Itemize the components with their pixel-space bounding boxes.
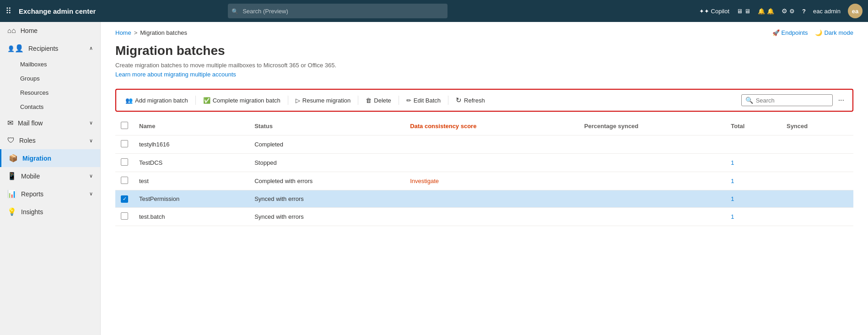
row-total: 1 bbox=[725, 190, 781, 208]
user-label: eac admin bbox=[813, 8, 841, 15]
toolbar-divider-2 bbox=[288, 96, 288, 105]
moon-icon: 🌙 bbox=[815, 29, 822, 36]
sidebar-item-reports[interactable]: 📊 Reports ∨ bbox=[0, 185, 100, 203]
copilot-button[interactable]: ✦ Copilot bbox=[699, 8, 729, 15]
row-total: 1 bbox=[725, 207, 781, 226]
row-checkbox-cell[interactable]: ✓ bbox=[115, 190, 134, 208]
sidebar-item-mailboxes[interactable]: Mailboxes bbox=[0, 57, 100, 71]
sidebar-item-mobile[interactable]: 📱 Mobile ∨ bbox=[0, 167, 100, 185]
global-search-input[interactable] bbox=[228, 4, 447, 18]
page-title: Migration batches bbox=[115, 43, 853, 58]
table-row[interactable]: test Completed with errors Investigate 1 bbox=[115, 172, 853, 190]
row-synced bbox=[781, 172, 853, 190]
breadcrumb-home[interactable]: Home bbox=[115, 29, 131, 36]
row-name: TestDCS bbox=[134, 154, 249, 172]
main-header-bar: Home > Migration batches 🚀 Endpoints 🌙 D… bbox=[101, 22, 868, 36]
select-all-checkbox[interactable] bbox=[121, 122, 128, 129]
row-checkbox-cell[interactable] bbox=[115, 207, 134, 226]
edit-batch-button[interactable]: ✏ Edit Batch bbox=[402, 94, 445, 107]
toolbar-divider-3 bbox=[358, 96, 358, 105]
reports-icon: 📊 bbox=[7, 189, 16, 198]
mobile-icon: 📱 bbox=[7, 172, 16, 180]
row-name: TestPermission bbox=[134, 190, 249, 208]
add-batch-icon: 👥 bbox=[125, 97, 133, 104]
copilot-icon: ✦ bbox=[699, 8, 709, 15]
migration-icon: 📦 bbox=[9, 154, 18, 162]
sidebar-item-groups[interactable]: Groups bbox=[0, 71, 100, 86]
toolbar-divider-5 bbox=[448, 96, 448, 105]
row-checkbox[interactable] bbox=[121, 140, 128, 147]
toolbar-search-input[interactable] bbox=[756, 97, 829, 104]
toolbar-search-icon: 🔍 bbox=[745, 97, 753, 104]
bell-icon[interactable]: 🔔 bbox=[758, 8, 774, 15]
row-synced bbox=[781, 207, 853, 226]
row-name: testylh1616 bbox=[134, 135, 249, 154]
row-name: test bbox=[134, 172, 249, 190]
roles-chevron-icon: ∨ bbox=[89, 138, 93, 144]
sidebar-item-mail-flow[interactable]: ✉ Mail flow ∨ bbox=[0, 114, 100, 132]
col-header-synced: Synced bbox=[781, 117, 853, 135]
refresh-button[interactable]: ↻ Refresh bbox=[451, 93, 490, 107]
toolbar-more-button[interactable]: ··· bbox=[835, 94, 848, 106]
sidebar-item-roles[interactable]: 🛡 Roles ∨ bbox=[0, 132, 100, 149]
row-status: Stopped bbox=[249, 154, 404, 172]
settings-icon[interactable]: ⚙ bbox=[782, 7, 795, 15]
sidebar-item-resources[interactable]: Resources bbox=[0, 86, 100, 100]
row-checkbox-cell[interactable] bbox=[115, 154, 134, 172]
learn-more-link[interactable]: Learn more about migrating multiple acco… bbox=[115, 71, 236, 78]
table-row[interactable]: test.batch Synced with errors 1 bbox=[115, 207, 853, 226]
topbar-right: ✦ Copilot 🖥 🔔 ⚙ ? eac admin ea bbox=[699, 4, 863, 18]
row-checkbox-cell[interactable] bbox=[115, 172, 134, 190]
table-row[interactable]: TestDCS Stopped 1 bbox=[115, 154, 853, 172]
delete-icon: 🗑 bbox=[366, 97, 372, 104]
row-synced bbox=[781, 190, 853, 208]
col-header-data-consistency: Data consistency score bbox=[404, 117, 579, 135]
sidebar-item-contacts[interactable]: Contacts bbox=[0, 100, 100, 114]
row-checkbox[interactable] bbox=[121, 177, 128, 184]
sidebar-item-migration[interactable]: 📦 Migration bbox=[0, 149, 100, 167]
sidebar-item-insights[interactable]: 💡 Insights bbox=[0, 203, 100, 221]
row-checkbox-cell[interactable] bbox=[115, 135, 134, 154]
avatar[interactable]: ea bbox=[848, 4, 863, 18]
dark-mode-button[interactable]: 🌙 Dark mode bbox=[815, 29, 853, 36]
breadcrumb-separator: > bbox=[134, 29, 138, 36]
global-search-icon bbox=[232, 7, 238, 15]
delete-button[interactable]: 🗑 Delete bbox=[361, 94, 396, 107]
total-value: 1 bbox=[731, 159, 734, 166]
complete-migration-batch-button[interactable]: ✅ Complete migration batch bbox=[199, 94, 285, 107]
mail-flow-chevron-icon: ∨ bbox=[89, 120, 93, 126]
row-percentage-synced bbox=[579, 172, 726, 190]
complete-icon: ✅ bbox=[203, 97, 210, 104]
topbar: Exchange admin center ✦ Copilot 🖥 🔔 ⚙ ? … bbox=[0, 0, 868, 22]
row-checkbox[interactable] bbox=[121, 212, 128, 220]
toolbar-divider-1 bbox=[195, 96, 196, 105]
select-all-header[interactable] bbox=[115, 117, 134, 135]
people-icon: 👤 bbox=[7, 44, 24, 53]
total-value: 1 bbox=[731, 213, 734, 220]
endpoints-icon: 🚀 bbox=[772, 29, 780, 36]
resume-migration-button[interactable]: ▷ Resume migration bbox=[291, 94, 356, 107]
monitor-icon[interactable]: 🖥 bbox=[737, 8, 750, 15]
reports-chevron-icon: ∨ bbox=[89, 191, 93, 197]
table-row[interactable]: testylh1616 Completed bbox=[115, 135, 853, 154]
row-name: test.batch bbox=[134, 207, 249, 226]
app-title: Exchange admin center bbox=[19, 7, 96, 15]
table-row[interactable]: ✓ TestPermission Synced with errors 1 bbox=[115, 190, 853, 208]
add-migration-batch-button[interactable]: 👥 Add migration batch bbox=[121, 94, 193, 107]
breadcrumb-current: Migration batches bbox=[140, 29, 187, 36]
sidebar-item-recipients[interactable]: 👤 Recipients ∧ bbox=[0, 39, 100, 57]
help-icon[interactable]: ? bbox=[802, 8, 806, 15]
row-percentage-synced bbox=[579, 135, 726, 154]
total-value: 1 bbox=[731, 178, 734, 184]
row-checkbox[interactable]: ✓ bbox=[121, 195, 128, 203]
row-status: Synced with errors bbox=[249, 190, 404, 208]
endpoints-button[interactable]: 🚀 Endpoints bbox=[772, 29, 808, 36]
waffle-icon[interactable] bbox=[5, 6, 11, 16]
row-status: Completed bbox=[249, 135, 404, 154]
col-header-total: Total bbox=[725, 117, 781, 135]
layout: ⌂ Home 👤 Recipients ∧ Mailboxes Groups R… bbox=[0, 22, 868, 335]
sidebar-item-home[interactable]: ⌂ Home bbox=[0, 22, 100, 39]
row-checkbox[interactable] bbox=[121, 158, 128, 166]
recipients-chevron-icon: ∧ bbox=[89, 45, 93, 51]
col-header-percentage-synced: Percentage synced bbox=[579, 117, 726, 135]
